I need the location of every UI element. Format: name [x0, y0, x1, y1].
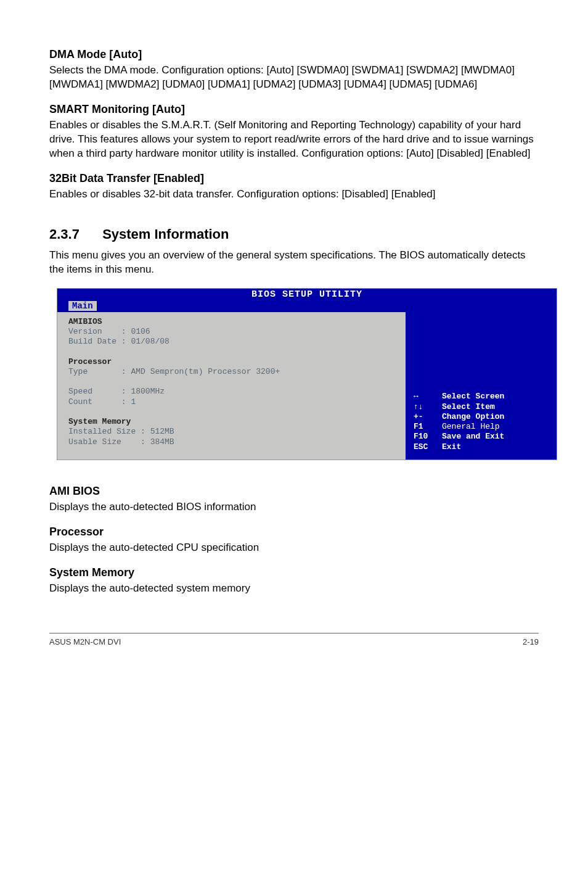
bit32-body: Enables or disables 32-bit data transfer… — [49, 188, 539, 202]
bios-help-table: ↔ Select Screen ↑↓ Select Item +- Change… — [414, 392, 549, 452]
smart-heading: SMART Monitoring [Auto] — [49, 103, 539, 116]
bios-help-key-arrows-ud: ↑↓ — [414, 402, 435, 412]
bios-help-key-f1: F1 — [414, 422, 435, 432]
bios-screenshot: BIOS SETUP UTILITY Main AMIBIOS Version … — [57, 288, 557, 460]
bios-help-key-esc: ESC — [414, 442, 435, 452]
amibios-heading: AMI BIOS — [49, 485, 539, 498]
bios-help-key-plusminus: +- — [414, 412, 435, 422]
footer-left: ASUS M2N-CM DVI — [49, 637, 121, 646]
bios-help-change-option: Change Option — [442, 412, 504, 422]
bios-help-exit: Exit — [442, 442, 461, 452]
sysinfo-body: This menu gives you an overview of the g… — [49, 249, 539, 277]
bios-amibios-label: AMIBIOS — [68, 317, 102, 326]
processor-heading: Processor — [49, 526, 539, 538]
bios-builddate-value: 01/08/08 — [131, 337, 169, 346]
bios-right-panel: ↔ Select Screen ↑↓ Select Item +- Change… — [406, 312, 557, 460]
bios-help-general-help: General Help — [442, 422, 500, 432]
bios-count-label: Count — [68, 397, 92, 406]
smart-body: Enables or disables the S.M.A.R.T. (Self… — [49, 118, 539, 161]
bios-help-key-f10: F10 — [414, 432, 435, 442]
dma-heading: DMA Mode [Auto] — [49, 48, 539, 61]
footer-right: 2-19 — [523, 637, 539, 646]
bios-tab-main[interactable]: Main — [68, 301, 97, 311]
sysmem-heading: System Memory — [49, 566, 539, 579]
bios-help-row: ESC Exit — [414, 442, 549, 452]
sysinfo-num: 2.3.7 — [49, 226, 99, 242]
bios-help-select-item: Select Item — [442, 402, 495, 412]
bios-type-value: AMD Sempron(tm) Processor 3200+ — [131, 367, 280, 376]
sysinfo-heading: 2.3.7 System Information — [49, 226, 539, 242]
bios-installed-label: Installed Size — [68, 427, 136, 436]
bit32-heading: 32Bit Data Transfer [Enabled] — [49, 172, 539, 185]
bios-help-row: ↑↓ Select Item — [414, 402, 549, 412]
bios-sysmem-label: System Memory — [68, 417, 131, 426]
bios-installed-value: 512MB — [150, 427, 174, 436]
bios-help-row: F10 Save and Exit — [414, 432, 549, 442]
bios-help-select-screen: Select Screen — [442, 392, 504, 402]
bios-speed-value: 1800MHz — [131, 387, 165, 396]
sysmem-body: Displays the auto-detected system memory — [49, 582, 539, 596]
page-footer: ASUS M2N-CM DVI 2-19 — [49, 633, 539, 646]
bios-title: BIOS SETUP UTILITY — [57, 289, 557, 300]
bios-help-save-exit: Save and Exit — [442, 432, 504, 442]
sysinfo-title: System Information — [102, 226, 229, 242]
amibios-body: Displays the auto-detected BIOS informat… — [49, 500, 539, 514]
bios-usable-value: 384MB — [150, 437, 174, 447]
bios-tab-row: Main — [57, 300, 557, 312]
bios-version-label: Version — [68, 327, 102, 336]
bios-processor-label: Processor — [68, 357, 112, 366]
bios-help-row: +- Change Option — [414, 412, 549, 422]
bios-help-key-arrows-lr: ↔ — [414, 392, 435, 402]
bios-help-row: ↔ Select Screen — [414, 392, 549, 402]
bios-count-value: 1 — [131, 397, 136, 406]
bios-type-label: Type — [68, 367, 88, 376]
bios-speed-label: Speed — [68, 387, 92, 396]
bios-help-row: F1 General Help — [414, 422, 549, 432]
bios-left-panel: AMIBIOS Version : 0106 Build Date : 01/0… — [57, 312, 406, 460]
processor-body: Displays the auto-detected CPU specifica… — [49, 541, 539, 555]
dma-body: Selects the DMA mode. Configuration opti… — [49, 64, 539, 92]
bios-builddate-label: Build Date — [68, 337, 116, 346]
bios-usable-label: Usable Size — [68, 437, 121, 447]
bios-version-value: 0106 — [131, 327, 150, 336]
